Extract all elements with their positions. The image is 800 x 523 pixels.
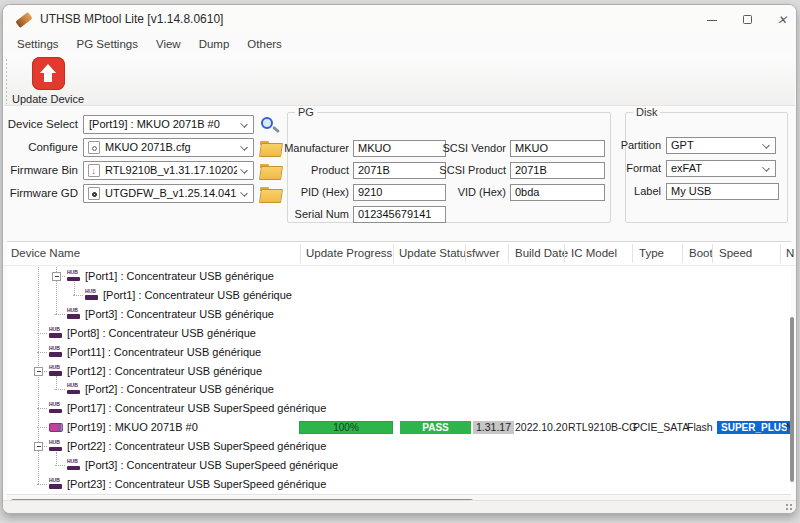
pg-group-title: PG (295, 106, 317, 118)
browse-firmware-gd-button[interactable] (258, 184, 284, 204)
column-separator (465, 244, 466, 263)
pid-hex-label: PID (Hex) (301, 184, 349, 201)
bin-file-icon (88, 164, 100, 177)
maximize-button[interactable] (733, 10, 763, 29)
column-header-device-name[interactable]: Device Name (11, 241, 80, 266)
disk-group-title: Disk (633, 106, 660, 118)
device-select-combobox[interactable]: [Port19] : MKUO 2071B #0 (83, 115, 254, 134)
column-header-n[interactable]: N (786, 241, 797, 266)
table-header: Device NameUpdate ProgressUpdate Statusf… (3, 241, 797, 266)
cfg-file-icon (88, 141, 100, 154)
tree-connector (56, 452, 57, 466)
column-header-build-date[interactable]: Build Date (515, 241, 568, 266)
format-label: Format (626, 160, 661, 177)
column-header-fwver[interactable]: fwver (472, 241, 499, 266)
scsi-vendor-field[interactable]: MKUO (510, 140, 605, 157)
serial-num-label: Serial Num (295, 206, 349, 223)
update-arrow-icon (32, 57, 65, 90)
column-separator (712, 244, 713, 263)
chevron-down-icon (240, 120, 248, 128)
column-separator (508, 244, 509, 263)
folder-icon (260, 187, 280, 201)
pid-hex-field[interactable]: 9210 (353, 184, 446, 201)
format-combobox[interactable]: exFAT (666, 160, 776, 177)
column-separator (780, 244, 781, 263)
minimize-icon (707, 20, 717, 21)
column-header-speed[interactable]: Speed (719, 241, 752, 266)
close-icon: ✕ (777, 14, 787, 26)
menubar: SettingsPG SettingsViewDumpOthers (8, 35, 291, 53)
search-icon-handle (272, 126, 280, 133)
statusbar (3, 500, 796, 513)
column-header-type[interactable]: Type (639, 241, 664, 266)
vid-hex-label: VID (Hex) (458, 184, 506, 201)
column-separator (682, 244, 683, 263)
scsi-vendor-label: SCSI Vendor (442, 140, 506, 157)
scsi-product-label: SCSI Product (439, 162, 506, 179)
device-list-area (7, 241, 791, 495)
column-separator (300, 244, 301, 263)
pg-groupbox: PG Manufacturer MKUO SCSI Vendor MKUO Pr… (287, 112, 611, 223)
column-header-update-status[interactable]: Update Status (399, 241, 472, 266)
app-window: UTHSB MPtool Lite [v1.14.8.0610] ✕ Setti… (2, 4, 797, 514)
partition-value: GPT (671, 138, 759, 153)
scsi-product-field[interactable]: 2071B (510, 162, 605, 179)
firmware-gd-value: UTGDFW_B_v1.25.14.041521.bin (105, 185, 237, 202)
folder-icon (260, 164, 280, 178)
manufacturer-label: Manufacturer (284, 140, 349, 157)
column-separator (632, 244, 633, 263)
partition-combobox[interactable]: GPT (666, 137, 776, 154)
column-header-boot[interactable]: Boot (689, 241, 713, 266)
configure-combobox[interactable]: MKUO 2071B.cfg (83, 138, 254, 157)
browse-firmware-bin-button[interactable] (258, 161, 284, 181)
firmware-gd-combobox[interactable]: UTGDFW_B_v1.25.14.041521.bin (83, 184, 254, 203)
serial-num-field[interactable]: 012345679141 (353, 206, 446, 223)
column-separator (393, 244, 394, 263)
format-value: exFAT (671, 161, 759, 176)
vertical-scrollbar-thumb[interactable] (790, 317, 794, 482)
tree-connector (38, 267, 39, 484)
manufacturer-field[interactable]: MKUO (353, 140, 446, 157)
disk-label-label: Label (634, 183, 661, 200)
product-label: Product (311, 162, 349, 179)
chevron-down-icon (762, 164, 770, 172)
product-field[interactable]: 2071B (353, 162, 446, 179)
app-usb-logo-icon (15, 12, 33, 28)
tree-connector (56, 267, 57, 314)
disk-groupbox: Disk Partition GPT Format exFAT Label My… (625, 112, 788, 223)
partition-label: Partition (621, 137, 661, 154)
titlebar: UTHSB MPtool Lite [v1.14.8.0610] ✕ (3, 5, 796, 33)
configure-label: Configure (3, 138, 78, 157)
search-device-button[interactable] (258, 115, 284, 135)
toolbar (4, 54, 795, 106)
menu-item-view[interactable]: View (147, 35, 190, 53)
menu-item-pg-settings[interactable]: PG Settings (68, 35, 147, 53)
disk-label-field[interactable]: My USB (666, 183, 779, 200)
chevron-down-icon (762, 141, 770, 149)
window-title: UTHSB MPtool Lite [v1.14.8.0610] (40, 12, 223, 26)
minimize-button[interactable] (697, 10, 727, 29)
resize-grip-icon[interactable] (784, 502, 793, 511)
update-device-label: Update Device (12, 93, 84, 105)
firmware-gd-label: Firmware GD (3, 184, 78, 203)
menu-item-others[interactable]: Others (238, 35, 291, 53)
configure-value: MKUO 2071B.cfg (105, 139, 237, 156)
folder-icon (260, 141, 280, 155)
tree-connector (56, 376, 57, 390)
column-header-ic-model[interactable]: IC Model (571, 241, 617, 266)
close-button[interactable]: ✕ (767, 10, 797, 29)
update-device-button[interactable]: Update Device (12, 57, 84, 105)
browse-configure-button[interactable] (258, 138, 284, 158)
firmware-bin-value: RTL9210B_v1.31.17.102022.bin (105, 162, 237, 179)
device-select-value: [Port19] : MKUO 2071B #0 (89, 116, 237, 133)
column-header-update-progress[interactable]: Update Progress (306, 241, 392, 266)
toolbar-grip[interactable] (5, 58, 8, 104)
device-select-label: Device Select (3, 115, 78, 134)
column-separator (564, 244, 565, 263)
menu-item-settings[interactable]: Settings (8, 35, 68, 53)
menu-item-dump[interactable]: Dump (190, 35, 239, 53)
vid-hex-field[interactable]: 0bda (510, 184, 605, 201)
firmware-bin-combobox[interactable]: RTL9210B_v1.31.17.102022.bin (83, 161, 254, 180)
chevron-down-icon (240, 166, 248, 174)
gd-file-icon (88, 187, 100, 200)
